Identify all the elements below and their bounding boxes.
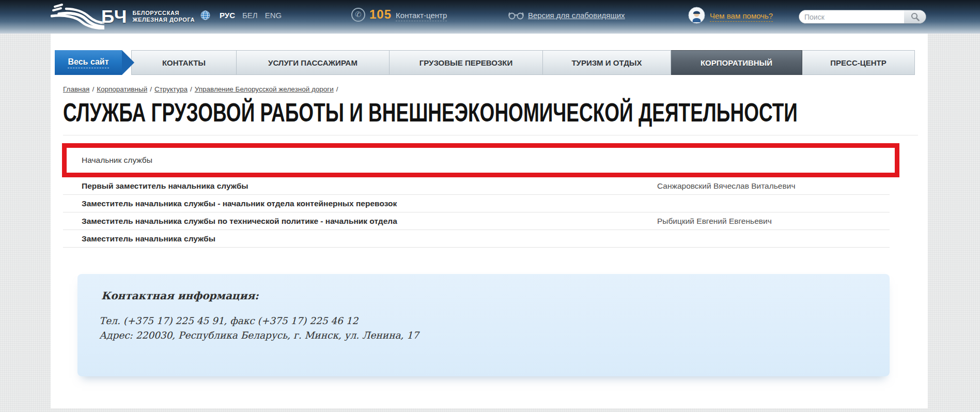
staff-row[interactable]: Заместитель начальника службы <box>63 230 890 248</box>
language-switcher: РУС БЕЛ ENG <box>200 10 282 20</box>
main-navigation: Весь сайт КОНТАКТЫ УСЛУГИ ПАССАЖИРАМ ГРУ… <box>55 50 915 75</box>
tab-contacts[interactable]: КОНТАКТЫ <box>131 50 237 75</box>
contact-info-address: Адрес: 220030, Республика Беларусь, г. М… <box>99 330 419 341</box>
search-icon <box>911 12 920 21</box>
tab-corporate[interactable]: КОРПОРАТИВНЫЙ <box>671 50 802 75</box>
railway-logo-icon <box>51 4 104 29</box>
eyeglasses-icon <box>508 11 524 20</box>
search-box <box>799 10 926 24</box>
logo[interactable]: БЧ БЕЛОРУССКАЯ ЖЕЛЕЗНАЯ ДОРОГА <box>51 4 195 29</box>
staff-name: Санжаровский Вячеслав Витальевич <box>657 181 795 191</box>
breadcrumb-separator: / <box>190 85 192 93</box>
breadcrumb-home[interactable]: Главная <box>63 85 89 93</box>
search-button[interactable] <box>904 10 926 23</box>
tab-all-site[interactable]: Весь сайт <box>55 50 122 75</box>
logo-name-line2: ЖЕЛЕЗНАЯ ДОРОГА <box>132 17 195 23</box>
breadcrumb-structure[interactable]: Структура <box>154 85 188 93</box>
staff-row-highlighted[interactable]: Начальник службы <box>62 143 899 177</box>
page-title: СЛУЖБА ГРУЗОВОЙ РАБОТЫ И ВНЕШНЕЭКОНОМИЧЕ… <box>63 98 798 128</box>
assistant-avatar-icon <box>688 7 705 24</box>
contact-info-phone: Тел. (+375 17) 225 45 91, факс (+375 17)… <box>99 315 358 326</box>
tab-passenger-services[interactable]: УСЛУГИ ПАССАЖИРАМ <box>237 50 390 75</box>
staff-position: Первый заместитель начальника службы <box>82 181 248 191</box>
staff-position: Заместитель начальника службы по техниче… <box>82 217 397 226</box>
site-header: БЧ БЕЛОРУССКАЯ ЖЕЛЕЗНАЯ ДОРОГА РУС БЕЛ E… <box>0 0 980 34</box>
logo-name-line1: БЕЛОРУССКАЯ <box>132 10 195 17</box>
staff-position: Заместитель начальника службы <box>82 234 215 243</box>
tab-all-site-label: Весь сайт <box>68 57 108 68</box>
staff-position: Заместитель начальника службы - начальни… <box>82 199 397 208</box>
contact-center-link[interactable]: Контакт-центр <box>396 11 447 21</box>
contact-info-title: Контактная информация: <box>101 289 259 302</box>
contact-info-box: Контактная информация: Тел. (+375 17) 22… <box>77 274 890 376</box>
accessibility-block: Версия для слабовидящих <box>508 11 625 20</box>
lang-bel[interactable]: БЕЛ <box>242 11 258 20</box>
staff-position: Начальник службы <box>82 156 152 165</box>
logo-name: БЕЛОРУССКАЯ ЖЕЛЕЗНАЯ ДОРОГА <box>132 10 195 23</box>
breadcrumb-corporate[interactable]: Корпоративный <box>97 85 147 93</box>
tab-tourism[interactable]: ТУРИЗМ И ОТДЫХ <box>543 50 671 75</box>
help-block: Чем вам помочь? <box>688 7 773 24</box>
tab-press-center[interactable]: ПРЕСС-ЦЕНТР <box>802 50 915 75</box>
staff-table: Начальник службы Первый заместитель нача… <box>63 143 890 248</box>
logo-abbr: БЧ <box>101 6 127 27</box>
breadcrumb-administration[interactable]: Управление Белорусской железной дороги <box>195 85 334 93</box>
tab-freight[interactable]: ГРУЗОВЫЕ ПЕРЕВОЗКИ <box>390 50 543 75</box>
breadcrumb: Главная/Корпоративный/Структура/Управлен… <box>63 85 341 93</box>
lang-rus[interactable]: РУС <box>220 11 235 20</box>
staff-name: Рыбицкий Евгений Евгеньевич <box>657 217 772 226</box>
lang-eng[interactable]: ENG <box>265 11 282 20</box>
search-input[interactable] <box>799 10 904 23</box>
accessibility-version-link[interactable]: Версия для слабовидящих <box>528 11 625 20</box>
breadcrumb-separator: / <box>336 85 338 93</box>
staff-row[interactable]: Первый заместитель начальника службы Сан… <box>63 177 890 195</box>
content-area: Весь сайт КОНТАКТЫ УСЛУГИ ПАССАЖИРАМ ГРУ… <box>51 34 928 408</box>
phone-icon: ✆ <box>351 8 365 22</box>
help-link[interactable]: Чем вам помочь? <box>710 11 773 22</box>
title-divider <box>63 135 918 135</box>
staff-row[interactable]: Заместитель начальника службы по техниче… <box>63 212 890 230</box>
breadcrumb-separator: / <box>150 85 152 93</box>
globe-icon <box>200 10 210 20</box>
contact-center-number: 105 <box>369 7 392 22</box>
breadcrumb-separator: / <box>92 85 94 93</box>
contact-center: ✆ 105 Контакт-центр <box>351 7 447 22</box>
staff-row[interactable]: Заместитель начальника службы - начальни… <box>63 195 890 212</box>
